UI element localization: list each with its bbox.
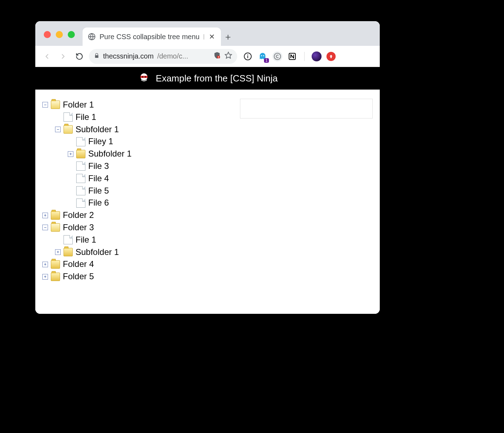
file-icon [64,235,73,244]
folder-icon [64,248,73,256]
info-icon[interactable] [243,51,253,61]
tree-item-label: Filey 1 [88,135,113,148]
svg-point-13 [145,76,146,77]
file-icon [76,161,85,171]
folder-icon [51,260,60,269]
tree-item-label: Folder 4 [63,258,94,270]
expand-icon[interactable]: + [42,262,48,267]
profile-avatar[interactable] [312,51,322,61]
tree-file[interactable]: File 4 [68,172,132,185]
page-content: −Folder 1File 1−Subfolder 1Filey 1+Subfo… [35,90,380,314]
tree-item-label: Folder 1 [63,99,94,111]
tab-strip: Pure CSS collapsible tree menu | ✕ ＋ [35,21,380,46]
maximize-window-button[interactable] [68,31,75,38]
tree-file[interactable]: File 5 [68,185,132,197]
url-path: /demo/c... [157,52,188,60]
new-tab-button[interactable]: ＋ [221,28,235,46]
tree-folder[interactable]: +Subfolder 1 [68,148,132,160]
file-icon [76,137,85,146]
tree-item-label: Folder 3 [63,221,94,234]
tree-item-label: File 3 [88,160,109,172]
expand-icon[interactable]: + [55,249,61,255]
folder-icon [64,125,73,134]
tree-item-label: Subfolder 1 [88,148,132,160]
copyright-extension-icon[interactable] [272,51,282,61]
expand-icon[interactable]: + [68,151,73,157]
extension-icons [240,51,336,61]
folder-icon [76,150,85,158]
close-tab-button[interactable]: ✕ [208,32,216,41]
tab-title: Pure CSS collapsible tree menu [100,33,199,41]
svg-point-6 [261,55,262,56]
address-bar[interactable]: thecssninja.com/demo/c... [89,49,237,64]
browser-window: Pure CSS collapsible tree menu | ✕ ＋ the… [35,21,380,314]
expand-icon[interactable]: + [42,213,48,218]
collapse-icon[interactable]: − [42,102,48,108]
svg-point-12 [142,76,143,77]
tree-folder[interactable]: +Subfolder 1 [55,246,132,258]
folder-icon [51,211,60,220]
tree-folder[interactable]: −Folder 3 [42,221,132,234]
close-window-button[interactable] [44,31,51,38]
svg-point-4 [247,54,248,55]
page-header-text: Example from the [CSS] Ninja [156,73,277,84]
svg-marker-2 [225,52,232,58]
bookmark-star-icon[interactable] [224,51,232,61]
folder-icon [51,273,60,281]
svg-rect-11 [140,76,148,78]
file-icon [76,174,85,183]
folder-icon [51,100,60,109]
tree-file[interactable]: Filey 1 [68,135,132,148]
tree-folder[interactable]: +Folder 5 [42,270,132,283]
notion-extension-icon[interactable] [287,51,297,61]
collapse-icon[interactable]: − [55,127,61,132]
tree-item-label: Folder 5 [63,270,94,283]
svg-rect-5 [247,56,248,58]
folder-icon [51,223,60,232]
tree-item-label: File 1 [76,234,96,246]
tree-item-label: File 4 [88,172,109,185]
tree-folder[interactable]: +Folder 4 [42,258,132,270]
svg-point-8 [274,53,281,59]
shield-alert-icon[interactable] [213,51,221,61]
tree-view: −Folder 1File 1−Subfolder 1Filey 1+Subfo… [42,99,132,283]
tree-item-label: File 1 [76,111,96,123]
window-controls [40,31,83,46]
tree-folder[interactable]: +Folder 2 [42,209,132,221]
tree-folder[interactable]: −Subfolder 1 [55,123,132,136]
ghost-extension-icon[interactable] [258,51,268,61]
page-header: Example from the [CSS] Ninja [35,67,380,90]
tree-file[interactable]: File 3 [68,160,132,172]
tree-file[interactable]: File 6 [68,197,132,209]
browser-toolbar: thecssninja.com/demo/c... [35,46,380,67]
tree-item-label: File 5 [88,185,109,197]
tab-divider: | [203,33,204,40]
tree-item-label: Subfolder 1 [76,246,119,258]
globe-icon [88,32,96,41]
svg-point-7 [263,55,264,56]
forward-button[interactable] [56,50,70,63]
collapse-icon[interactable]: − [42,225,48,230]
sidebar-box [240,99,373,118]
browser-tab[interactable]: Pure CSS collapsible tree menu | ✕ [83,28,221,46]
lock-icon [94,53,100,60]
file-icon [76,186,85,195]
back-button[interactable] [40,50,54,63]
reload-button[interactable] [73,50,86,63]
file-icon [64,112,73,122]
tree-file[interactable]: File 1 [55,234,132,246]
tree-item-label: Subfolder 1 [76,123,119,136]
file-icon [76,199,85,208]
url-host: thecssninja.com [103,52,154,60]
ninja-icon [137,72,151,85]
minimize-window-button[interactable] [56,31,63,38]
tree-file[interactable]: File 1 [55,111,132,123]
toolbar-separator [304,52,305,61]
update-available-icon[interactable] [326,52,336,61]
expand-icon[interactable]: + [42,274,48,280]
tree-folder[interactable]: −Folder 1 [42,99,132,111]
tree-item-label: Folder 2 [63,209,94,221]
tree-item-label: File 6 [88,197,109,209]
